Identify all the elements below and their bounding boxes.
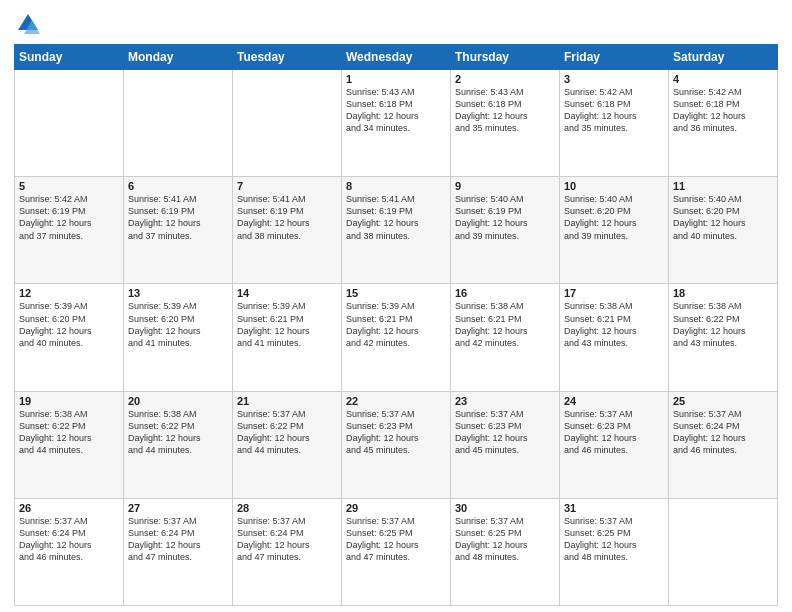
day-cell-18: 18Sunrise: 5:38 AM Sunset: 6:22 PM Dayli… [669, 284, 778, 391]
day-number: 7 [237, 180, 337, 192]
day-info: Sunrise: 5:39 AM Sunset: 6:21 PM Dayligh… [237, 300, 337, 349]
day-cell-19: 19Sunrise: 5:38 AM Sunset: 6:22 PM Dayli… [15, 391, 124, 498]
day-info: Sunrise: 5:39 AM Sunset: 6:20 PM Dayligh… [19, 300, 119, 349]
day-info: Sunrise: 5:37 AM Sunset: 6:23 PM Dayligh… [346, 408, 446, 457]
day-number: 29 [346, 502, 446, 514]
week-row-3: 12Sunrise: 5:39 AM Sunset: 6:20 PM Dayli… [15, 284, 778, 391]
week-row-1: 1Sunrise: 5:43 AM Sunset: 6:18 PM Daylig… [15, 70, 778, 177]
day-cell-24: 24Sunrise: 5:37 AM Sunset: 6:23 PM Dayli… [560, 391, 669, 498]
day-number: 27 [128, 502, 228, 514]
day-number: 3 [564, 73, 664, 85]
calendar-table: SundayMondayTuesdayWednesdayThursdayFrid… [14, 44, 778, 606]
day-cell-17: 17Sunrise: 5:38 AM Sunset: 6:21 PM Dayli… [560, 284, 669, 391]
day-cell-23: 23Sunrise: 5:37 AM Sunset: 6:23 PM Dayli… [451, 391, 560, 498]
day-info: Sunrise: 5:42 AM Sunset: 6:18 PM Dayligh… [673, 86, 773, 135]
day-number: 22 [346, 395, 446, 407]
day-info: Sunrise: 5:41 AM Sunset: 6:19 PM Dayligh… [128, 193, 228, 242]
day-info: Sunrise: 5:37 AM Sunset: 6:24 PM Dayligh… [237, 515, 337, 564]
day-cell-16: 16Sunrise: 5:38 AM Sunset: 6:21 PM Dayli… [451, 284, 560, 391]
day-number: 24 [564, 395, 664, 407]
week-row-2: 5Sunrise: 5:42 AM Sunset: 6:19 PM Daylig… [15, 177, 778, 284]
day-number: 28 [237, 502, 337, 514]
day-cell-31: 31Sunrise: 5:37 AM Sunset: 6:25 PM Dayli… [560, 498, 669, 605]
day-info: Sunrise: 5:42 AM Sunset: 6:19 PM Dayligh… [19, 193, 119, 242]
day-info: Sunrise: 5:38 AM Sunset: 6:22 PM Dayligh… [673, 300, 773, 349]
day-info: Sunrise: 5:43 AM Sunset: 6:18 PM Dayligh… [455, 86, 555, 135]
day-info: Sunrise: 5:37 AM Sunset: 6:25 PM Dayligh… [564, 515, 664, 564]
day-info: Sunrise: 5:37 AM Sunset: 6:24 PM Dayligh… [673, 408, 773, 457]
day-cell-20: 20Sunrise: 5:38 AM Sunset: 6:22 PM Dayli… [124, 391, 233, 498]
day-cell-15: 15Sunrise: 5:39 AM Sunset: 6:21 PM Dayli… [342, 284, 451, 391]
logo [14, 10, 46, 38]
header [14, 10, 778, 38]
day-number: 30 [455, 502, 555, 514]
day-info: Sunrise: 5:38 AM Sunset: 6:21 PM Dayligh… [455, 300, 555, 349]
day-info: Sunrise: 5:37 AM Sunset: 6:25 PM Dayligh… [455, 515, 555, 564]
day-number: 25 [673, 395, 773, 407]
day-info: Sunrise: 5:37 AM Sunset: 6:24 PM Dayligh… [19, 515, 119, 564]
day-info: Sunrise: 5:41 AM Sunset: 6:19 PM Dayligh… [237, 193, 337, 242]
day-info: Sunrise: 5:41 AM Sunset: 6:19 PM Dayligh… [346, 193, 446, 242]
day-info: Sunrise: 5:39 AM Sunset: 6:21 PM Dayligh… [346, 300, 446, 349]
day-cell-3: 3Sunrise: 5:42 AM Sunset: 6:18 PM Daylig… [560, 70, 669, 177]
day-info: Sunrise: 5:40 AM Sunset: 6:20 PM Dayligh… [673, 193, 773, 242]
day-number: 1 [346, 73, 446, 85]
day-info: Sunrise: 5:37 AM Sunset: 6:23 PM Dayligh… [564, 408, 664, 457]
day-number: 16 [455, 287, 555, 299]
day-info: Sunrise: 5:37 AM Sunset: 6:24 PM Dayligh… [128, 515, 228, 564]
day-cell-30: 30Sunrise: 5:37 AM Sunset: 6:25 PM Dayli… [451, 498, 560, 605]
day-number: 5 [19, 180, 119, 192]
day-number: 10 [564, 180, 664, 192]
day-number: 21 [237, 395, 337, 407]
col-header-friday: Friday [560, 45, 669, 70]
day-cell-2: 2Sunrise: 5:43 AM Sunset: 6:18 PM Daylig… [451, 70, 560, 177]
col-header-thursday: Thursday [451, 45, 560, 70]
day-number: 4 [673, 73, 773, 85]
page: SundayMondayTuesdayWednesdayThursdayFrid… [0, 0, 792, 612]
day-cell-26: 26Sunrise: 5:37 AM Sunset: 6:24 PM Dayli… [15, 498, 124, 605]
day-cell-1: 1Sunrise: 5:43 AM Sunset: 6:18 PM Daylig… [342, 70, 451, 177]
day-cell-29: 29Sunrise: 5:37 AM Sunset: 6:25 PM Dayli… [342, 498, 451, 605]
col-header-sunday: Sunday [15, 45, 124, 70]
day-number: 23 [455, 395, 555, 407]
day-cell-25: 25Sunrise: 5:37 AM Sunset: 6:24 PM Dayli… [669, 391, 778, 498]
day-cell-4: 4Sunrise: 5:42 AM Sunset: 6:18 PM Daylig… [669, 70, 778, 177]
day-cell-27: 27Sunrise: 5:37 AM Sunset: 6:24 PM Dayli… [124, 498, 233, 605]
day-cell-11: 11Sunrise: 5:40 AM Sunset: 6:20 PM Dayli… [669, 177, 778, 284]
day-number: 19 [19, 395, 119, 407]
day-number: 8 [346, 180, 446, 192]
day-number: 31 [564, 502, 664, 514]
day-number: 2 [455, 73, 555, 85]
col-header-monday: Monday [124, 45, 233, 70]
col-header-saturday: Saturday [669, 45, 778, 70]
col-header-wednesday: Wednesday [342, 45, 451, 70]
day-info: Sunrise: 5:43 AM Sunset: 6:18 PM Dayligh… [346, 86, 446, 135]
col-header-tuesday: Tuesday [233, 45, 342, 70]
empty-cell [124, 70, 233, 177]
day-cell-7: 7Sunrise: 5:41 AM Sunset: 6:19 PM Daylig… [233, 177, 342, 284]
day-cell-6: 6Sunrise: 5:41 AM Sunset: 6:19 PM Daylig… [124, 177, 233, 284]
day-cell-10: 10Sunrise: 5:40 AM Sunset: 6:20 PM Dayli… [560, 177, 669, 284]
day-number: 12 [19, 287, 119, 299]
day-cell-22: 22Sunrise: 5:37 AM Sunset: 6:23 PM Dayli… [342, 391, 451, 498]
logo-icon [14, 10, 42, 38]
day-cell-28: 28Sunrise: 5:37 AM Sunset: 6:24 PM Dayli… [233, 498, 342, 605]
day-cell-14: 14Sunrise: 5:39 AM Sunset: 6:21 PM Dayli… [233, 284, 342, 391]
day-info: Sunrise: 5:37 AM Sunset: 6:25 PM Dayligh… [346, 515, 446, 564]
week-row-4: 19Sunrise: 5:38 AM Sunset: 6:22 PM Dayli… [15, 391, 778, 498]
day-number: 13 [128, 287, 228, 299]
day-info: Sunrise: 5:38 AM Sunset: 6:22 PM Dayligh… [128, 408, 228, 457]
day-info: Sunrise: 5:37 AM Sunset: 6:23 PM Dayligh… [455, 408, 555, 457]
day-info: Sunrise: 5:38 AM Sunset: 6:21 PM Dayligh… [564, 300, 664, 349]
day-number: 11 [673, 180, 773, 192]
week-row-5: 26Sunrise: 5:37 AM Sunset: 6:24 PM Dayli… [15, 498, 778, 605]
day-info: Sunrise: 5:42 AM Sunset: 6:18 PM Dayligh… [564, 86, 664, 135]
day-number: 17 [564, 287, 664, 299]
day-cell-12: 12Sunrise: 5:39 AM Sunset: 6:20 PM Dayli… [15, 284, 124, 391]
empty-cell [669, 498, 778, 605]
day-number: 9 [455, 180, 555, 192]
day-cell-5: 5Sunrise: 5:42 AM Sunset: 6:19 PM Daylig… [15, 177, 124, 284]
empty-cell [233, 70, 342, 177]
day-cell-8: 8Sunrise: 5:41 AM Sunset: 6:19 PM Daylig… [342, 177, 451, 284]
day-number: 6 [128, 180, 228, 192]
